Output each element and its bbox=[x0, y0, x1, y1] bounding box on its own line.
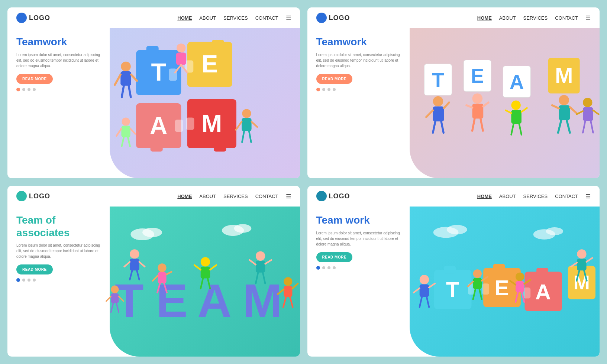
dot-3-1 bbox=[28, 88, 30, 91]
nav-about-4[interactable]: ABOUT bbox=[499, 194, 516, 199]
dots-3 bbox=[16, 278, 106, 282]
team-svg-2: T E A M bbox=[395, 28, 600, 178]
nav-1: HOME ABOUT SERVICES CONTACT ☰ bbox=[177, 14, 291, 22]
dots-4 bbox=[316, 266, 406, 270]
read-more-btn-1[interactable]: READ MORE bbox=[16, 74, 53, 84]
svg-rect-53 bbox=[472, 104, 484, 118]
hamburger-icon-4[interactable]: ☰ bbox=[585, 193, 591, 200]
svg-point-16 bbox=[121, 62, 130, 71]
card-desc-2: Lorem ipsum dolor sit amet, consectetur … bbox=[316, 52, 406, 69]
svg-line-74 bbox=[583, 121, 585, 133]
svg-rect-1 bbox=[146, 46, 159, 54]
illustration-4: T E A M bbox=[395, 207, 600, 357]
nav-about-3[interactable]: ABOUT bbox=[199, 194, 216, 199]
logo-area-3: LOGO bbox=[16, 191, 50, 201]
nav-2: HOME ABOUT SERVICES CONTACT ☰ bbox=[477, 14, 591, 22]
nav-services-4[interactable]: SERVICES bbox=[523, 194, 548, 199]
read-more-btn-3[interactable]: READ MORE bbox=[16, 264, 53, 274]
svg-rect-9 bbox=[151, 143, 163, 152]
svg-text:E: E bbox=[201, 50, 218, 78]
card-title-1: Teamwork bbox=[16, 36, 106, 48]
svg-text:A: A bbox=[510, 71, 524, 93]
svg-text:E: E bbox=[471, 65, 484, 87]
nav-3: HOME ABOUT SERVICES CONTACT ☰ bbox=[177, 193, 291, 200]
illustration-3: T E A M bbox=[95, 207, 300, 357]
svg-rect-5 bbox=[212, 40, 224, 48]
svg-rect-27 bbox=[121, 126, 130, 137]
svg-point-26 bbox=[122, 118, 130, 126]
hamburger-icon-3[interactable]: ☰ bbox=[286, 193, 291, 200]
nav-contact-1[interactable]: CONTACT bbox=[255, 15, 278, 21]
svg-text:T: T bbox=[115, 274, 144, 327]
svg-rect-13 bbox=[214, 143, 226, 152]
dots-2 bbox=[316, 88, 406, 91]
dot-4-1 bbox=[33, 88, 36, 91]
content-area-1: Teamwork Lorem ipsum dolor sit amet, con… bbox=[7, 28, 300, 178]
svg-rect-14 bbox=[186, 118, 194, 130]
navbar-2: LOGO HOME ABOUT SERVICES CONTACT ☰ bbox=[307, 7, 600, 28]
card-bottom-left: LOGO HOME ABOUT SERVICES CONTACT ☰ Team … bbox=[7, 186, 300, 357]
nav-home-1[interactable]: HOME bbox=[177, 15, 192, 21]
nav-services-1[interactable]: SERVICES bbox=[223, 15, 248, 21]
svg-point-84 bbox=[130, 249, 139, 259]
dot-active-3 bbox=[16, 278, 20, 282]
svg-rect-134 bbox=[524, 287, 531, 299]
nav-contact-4[interactable]: CONTACT bbox=[555, 194, 578, 199]
svg-line-62 bbox=[511, 124, 514, 135]
svg-point-52 bbox=[472, 94, 483, 104]
logo-area-2: LOGO bbox=[316, 13, 350, 23]
nav-home-4[interactable]: HOME bbox=[477, 194, 492, 199]
svg-rect-10 bbox=[175, 120, 183, 132]
svg-rect-71 bbox=[583, 107, 594, 121]
card-title-2: Teamwork bbox=[316, 36, 406, 48]
dot-active-2 bbox=[316, 88, 320, 91]
card-desc-1: Lorem ipsum dolor sit amet, consectetur … bbox=[16, 52, 106, 69]
svg-rect-129 bbox=[493, 264, 505, 272]
dot-2-1 bbox=[22, 88, 25, 91]
logo-area-1: LOGO bbox=[16, 13, 50, 23]
logo-dot-3 bbox=[16, 191, 27, 201]
svg-rect-33 bbox=[242, 118, 251, 131]
svg-line-35 bbox=[252, 122, 257, 127]
svg-rect-23 bbox=[176, 52, 186, 65]
logo-text-4: LOGO bbox=[329, 192, 350, 200]
hamburger-icon-2[interactable]: ☰ bbox=[585, 14, 591, 22]
svg-line-66 bbox=[552, 105, 559, 108]
svg-rect-125 bbox=[444, 266, 456, 274]
nav-about-2[interactable]: ABOUT bbox=[499, 15, 516, 21]
svg-line-56 bbox=[472, 118, 475, 131]
svg-line-19 bbox=[131, 75, 137, 81]
svg-line-28 bbox=[116, 129, 121, 136]
svg-point-138 bbox=[420, 275, 429, 284]
svg-text:M: M bbox=[574, 272, 590, 293]
svg-line-49 bbox=[444, 103, 449, 108]
svg-point-90 bbox=[158, 263, 166, 272]
nav-contact-3[interactable]: CONTACT bbox=[255, 194, 278, 199]
nav-services-2[interactable]: SERVICES bbox=[523, 15, 548, 21]
svg-rect-17 bbox=[120, 71, 131, 86]
card-desc-3: Lorem ipsum dolor sit amet, consectetur … bbox=[16, 243, 106, 259]
svg-point-123 bbox=[546, 227, 564, 235]
navbar-1: LOGO HOME ABOUT SERVICES CONTACT ☰ bbox=[7, 7, 300, 28]
svg-text:A: A bbox=[536, 280, 551, 304]
svg-line-61 bbox=[522, 108, 527, 112]
svg-line-68 bbox=[558, 120, 561, 133]
content-area-3: Team of associates Lorem ipsum dolor sit… bbox=[7, 207, 300, 357]
svg-point-150 bbox=[516, 273, 524, 281]
read-more-btn-2[interactable]: READ MORE bbox=[316, 74, 353, 84]
nav-about-1[interactable]: ABOUT bbox=[199, 15, 216, 21]
hamburger-icon-1[interactable]: ☰ bbox=[286, 14, 291, 22]
read-more-btn-4[interactable]: READ MORE bbox=[316, 252, 353, 262]
nav-home-2[interactable]: HOME bbox=[477, 15, 492, 21]
svg-line-30 bbox=[122, 137, 124, 146]
svg-line-54 bbox=[466, 105, 472, 107]
svg-rect-139 bbox=[420, 284, 429, 297]
svg-line-98 bbox=[194, 265, 201, 270]
nav-contact-2[interactable]: CONTACT bbox=[555, 15, 578, 21]
nav-home-3[interactable]: HOME bbox=[177, 194, 192, 199]
svg-rect-109 bbox=[111, 293, 119, 303]
card-bottom-right: LOGO HOME ABOUT SERVICES CONTACT ☰ Team … bbox=[307, 186, 600, 357]
nav-services-3[interactable]: SERVICES bbox=[223, 194, 248, 199]
svg-rect-157 bbox=[577, 259, 587, 271]
svg-line-112 bbox=[111, 303, 113, 312]
